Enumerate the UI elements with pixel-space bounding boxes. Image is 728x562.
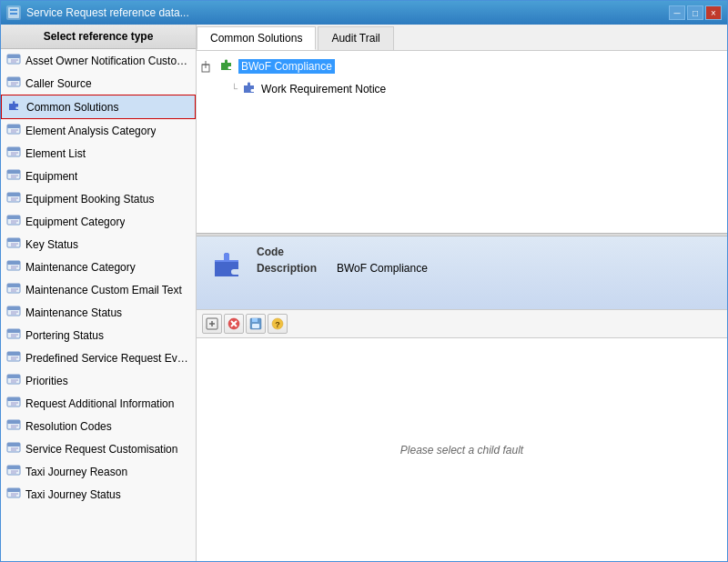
- svg-rect-76: [7, 488, 20, 492]
- code-label: Code: [257, 246, 329, 258]
- list-icon-service-customisation: [6, 440, 21, 457]
- tab-audit-trail[interactable]: Audit Trail: [318, 26, 393, 50]
- svg-rect-64: [7, 420, 20, 424]
- list-item-taxi-status[interactable]: Taxi Journey Status: [1, 483, 196, 506]
- lower-content: Please select a child fault: [197, 338, 727, 561]
- tree-child-item[interactable]: └ Work Requirement Notice: [229, 77, 723, 100]
- list-icon-maintenance-email: [6, 281, 21, 298]
- list-label-element-analysis: Element Analysis Category: [25, 125, 156, 137]
- list-label-equipment: Equipment: [25, 170, 77, 183]
- list-item-element-analysis[interactable]: Element Analysis Category: [1, 119, 196, 142]
- list-label-maintenance-email: Maintenance Custom Email Text: [25, 284, 182, 296]
- list-icon-priorities: [6, 372, 21, 389]
- list-item-maintenance-email[interactable]: Maintenance Custom Email Text: [1, 278, 196, 301]
- tree-area[interactable]: BWoF Compliance └ Work Requirement Notic…: [197, 51, 727, 233]
- list-icon-request-additional: [6, 395, 21, 412]
- tree-expand-icon[interactable]: [200, 59, 215, 74]
- tab-common-solutions[interactable]: Common Solutions: [197, 26, 316, 50]
- delete-button[interactable]: [224, 314, 244, 334]
- list-label-common-solutions: Common Solutions: [26, 101, 118, 114]
- list-icon-equipment-booking: [6, 190, 21, 207]
- list-item-resolution-codes[interactable]: Resolution Codes: [1, 415, 196, 437]
- list-icon-maintenance-status: [6, 304, 21, 321]
- list-label-service-customisation: Service Request Customisation: [25, 443, 177, 456]
- list-label-taxi-status: Taxi Journey Status: [25, 488, 121, 501]
- list-item-service-customisation[interactable]: Service Request Customisation: [1, 437, 196, 460]
- maximize-button[interactable]: □: [687, 5, 703, 20]
- description-value: BWoF Compliance: [337, 262, 428, 275]
- svg-rect-20: [7, 170, 20, 174]
- list-item-equipment-category[interactable]: Equipment Category: [1, 210, 196, 233]
- list-icon-element-list: [6, 145, 21, 162]
- description-row: Description BWoF Compliance: [257, 262, 714, 275]
- tree-child-icon: [241, 79, 258, 98]
- list-label-equipment-booking: Equipment Booking Status: [25, 193, 154, 206]
- svg-rect-36: [7, 261, 20, 265]
- new-button[interactable]: [202, 314, 222, 334]
- window-title: Service Request reference data...: [26, 6, 189, 19]
- help-button[interactable]: ?: [268, 314, 288, 334]
- close-button[interactable]: ×: [705, 5, 722, 20]
- reference-type-list: Asset Owner Notification Custom... Calle…: [1, 49, 196, 561]
- svg-rect-28: [7, 216, 20, 219]
- tree-connector: └: [231, 84, 238, 94]
- list-item-predefined-events[interactable]: Predefined Service Request Events: [1, 346, 196, 369]
- list-item-element-list[interactable]: Element List: [1, 142, 196, 165]
- save-button[interactable]: [246, 314, 266, 334]
- svg-rect-1: [10, 9, 17, 11]
- tab-bar: Common Solutions Audit Trail: [197, 25, 727, 51]
- list-label-maintenance-status: Maintenance Status: [25, 306, 122, 319]
- list-item-maintenance-category[interactable]: Maintenance Category: [1, 256, 196, 278]
- svg-rect-60: [7, 397, 20, 401]
- svg-rect-56: [7, 375, 20, 378]
- tree-root-label: BWoF Compliance: [238, 59, 335, 74]
- svg-rect-2: [10, 13, 17, 15]
- svg-rect-44: [7, 306, 20, 310]
- list-item-caller-source[interactable]: Caller Source: [1, 72, 196, 95]
- list-label-asset-owner: Asset Owner Notification Custom...: [25, 55, 190, 67]
- svg-rect-4: [7, 55, 20, 58]
- list-item-equipment[interactable]: Equipment: [1, 165, 196, 187]
- detail-area: Code Description BWoF Compliance: [197, 236, 727, 309]
- list-icon-key-status: [6, 236, 21, 253]
- description-label: Description: [257, 262, 329, 275]
- detail-fields: Code Description BWoF Compliance: [257, 246, 714, 275]
- list-item-asset-owner[interactable]: Asset Owner Notification Custom...: [1, 49, 196, 72]
- svg-rect-12: [7, 125, 20, 128]
- list-label-taxi-reason: Taxi Journey Reason: [25, 466, 127, 478]
- list-label-maintenance-category: Maintenance Category: [25, 261, 136, 274]
- list-item-common-solutions[interactable]: Common Solutions: [1, 95, 196, 119]
- list-icon-element-analysis: [6, 122, 21, 139]
- list-item-request-additional[interactable]: Request Additional Information: [1, 392, 196, 415]
- svg-rect-52: [7, 352, 20, 356]
- toolbar-area: ?: [197, 309, 727, 338]
- svg-rect-48: [7, 329, 20, 333]
- list-icon-taxi-reason: [6, 463, 21, 480]
- title-controls: ─ □ ×: [669, 5, 722, 20]
- svg-rect-90: [252, 324, 259, 328]
- list-icon-caller-source: [6, 75, 21, 92]
- list-label-equipment-category: Equipment Category: [25, 216, 125, 228]
- list-icon-taxi-status: [6, 486, 21, 503]
- list-item-equipment-booking[interactable]: Equipment Booking Status: [1, 187, 196, 210]
- list-icon-equipment-category: [6, 213, 21, 230]
- list-icon-resolution-codes: [6, 417, 21, 435]
- list-item-taxi-reason[interactable]: Taxi Journey Reason: [1, 460, 196, 483]
- list-label-portering-status: Portering Status: [25, 329, 104, 342]
- tree-root-icon: [218, 56, 235, 75]
- list-item-key-status[interactable]: Key Status: [1, 233, 196, 256]
- main-content: Select reference type Asset Owner Notifi…: [1, 25, 727, 561]
- tree-root-item[interactable]: BWoF Compliance: [200, 55, 723, 77]
- list-label-resolution-codes: Resolution Codes: [25, 420, 112, 433]
- svg-rect-72: [7, 466, 20, 469]
- list-label-key-status: Key Status: [25, 238, 78, 251]
- minimize-button[interactable]: ─: [669, 5, 685, 20]
- list-label-request-additional: Request Additional Information: [25, 397, 174, 410]
- svg-rect-89: [252, 318, 258, 322]
- title-bar-left: Service Request reference data...: [6, 5, 189, 20]
- list-item-priorities[interactable]: Priorities: [1, 369, 196, 392]
- list-item-portering-status[interactable]: Portering Status: [1, 324, 196, 346]
- list-label-caller-source: Caller Source: [25, 77, 92, 90]
- list-icon-asset-owner: [6, 52, 21, 69]
- list-item-maintenance-status[interactable]: Maintenance Status: [1, 301, 196, 324]
